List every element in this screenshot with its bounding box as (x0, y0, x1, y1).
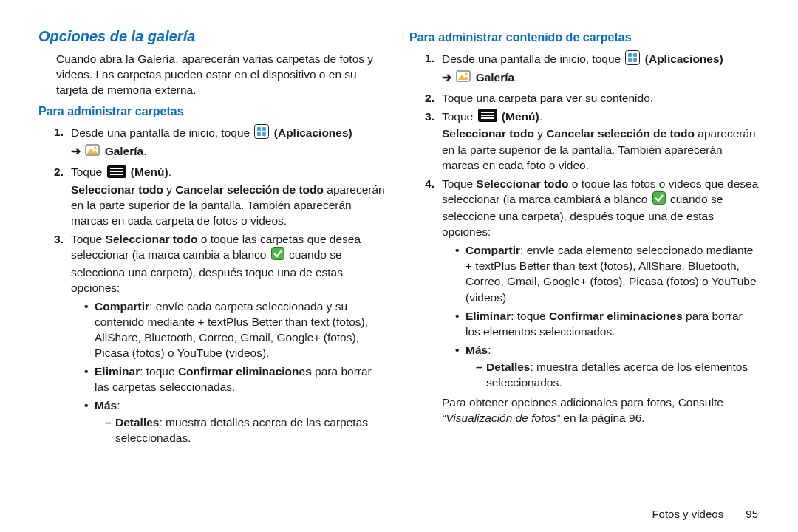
step-body: Toque Seleccionar todo o toque las fotos… (442, 176, 760, 426)
unsel-all-label: Cancelar selección de todo (546, 127, 695, 140)
step-number: 1. (409, 50, 442, 66)
arrow-icon: ➔ (442, 70, 451, 83)
option-share: Compartir: envíe cada carpeta selecciona… (86, 299, 389, 361)
step-number: 1. (38, 124, 71, 140)
page-footer: Fotos y videos 95 (652, 508, 758, 520)
step-body: Desde una pantalla de inicio, toque (Apl… (71, 124, 389, 161)
del-confirm: Confirmar eliminaciones (178, 365, 312, 378)
right-column: Para administrar contenido de carpetas 1… (409, 27, 760, 451)
apps-label: (Aplicaciones) (274, 126, 352, 139)
selection-note: Seleccionar todo y Cancelar selección de… (442, 126, 760, 172)
gallery-label: Galería (105, 145, 144, 157)
svg-rect-4 (262, 132, 266, 136)
svg-rect-11 (110, 174, 123, 175)
page-number: 95 (746, 508, 758, 520)
svg-point-20 (466, 72, 468, 75)
details-lead: Detalles (115, 416, 159, 429)
right-step-4: 4. Toque Seleccionar todo o toque las fo… (409, 176, 760, 426)
svg-rect-24 (481, 117, 494, 119)
gallery-icon (85, 143, 100, 161)
closing-note: Para obtener opciones adicionales para f… (442, 395, 760, 426)
selection-note: Seleccionar todo y Cancelar selección de… (71, 182, 389, 228)
share-lead: Compartir (95, 300, 149, 313)
right-step-1: 1. Desde una pantalla de inicio, toque (409, 50, 760, 87)
step-text: Desde una pantalla de inicio, toque (71, 126, 250, 139)
svg-rect-0 (255, 125, 269, 139)
apps-label: (Aplicaciones) (645, 52, 723, 64)
share-lead: Compartir (466, 244, 520, 256)
right-steps: 1. Desde una pantalla de inicio, toque (409, 50, 760, 426)
step-number: 3. (409, 109, 442, 124)
option-share: Compartir: envíe cada elemento seleccion… (457, 242, 760, 304)
svg-rect-23 (481, 115, 494, 116)
step-body: Toque una carpeta para ver su contenido. (442, 90, 760, 106)
two-column-layout: Opciones de la galería Cuando abra la Ga… (38, 27, 760, 451)
option-delete: Eliminar: toque Confirmar eliminaciones … (86, 364, 389, 395)
gallery-label: Galería (476, 70, 515, 83)
cross-reference: “Visualización de fotos” (442, 412, 560, 424)
svg-rect-17 (633, 58, 637, 62)
left-options: Compartir: envíe cada carpeta selecciona… (71, 299, 389, 446)
svg-rect-16 (628, 58, 632, 62)
arrow-icon: ➔ (71, 145, 81, 157)
step-number: 2. (38, 164, 71, 180)
step-number: 4. (409, 176, 442, 191)
check-icon (271, 247, 284, 264)
right-step-3: 3. Toque (Menú). (409, 109, 760, 173)
step-body: Desde una pantalla de inicio, toque (Apl… (442, 50, 760, 87)
sel-all-label: Seleccionar todo (477, 177, 569, 190)
details-lead: Detalles (486, 361, 530, 373)
option-more: Más: Detalles: muestra detalles acerca d… (86, 398, 389, 446)
svg-rect-12 (271, 248, 284, 260)
svg-rect-14 (628, 53, 632, 57)
menu-label: (Menú) (502, 110, 539, 123)
manual-page: Opciones de la galería Cuando abra la Ga… (0, 0, 798, 532)
gallery-icon (456, 69, 471, 87)
del-text: : toque (511, 310, 549, 322)
svg-rect-1 (257, 127, 261, 131)
menu-icon (107, 165, 126, 182)
svg-point-7 (95, 147, 97, 149)
left-step-2: 2. Toque (Menú). (38, 164, 389, 228)
svg-rect-22 (481, 112, 494, 113)
left-steps: 1. Desde una pantalla de inicio, toque (38, 124, 389, 449)
svg-rect-10 (110, 171, 123, 172)
step-text: Toque (442, 110, 473, 123)
right-options: Compartir: envíe cada elemento seleccion… (442, 242, 760, 390)
del-lead: Eliminar (95, 365, 140, 378)
y-text: y (534, 127, 546, 140)
check-icon (652, 191, 666, 208)
option-more: Más: Detalles: muestra detalles acerca d… (457, 342, 760, 390)
step-text: Toque (71, 166, 102, 178)
closing-text: Para obtener opciones adicionales para f… (442, 396, 723, 409)
svg-rect-15 (633, 53, 637, 57)
apps-icon (625, 50, 640, 69)
right-step-2: 2. Toque una carpeta para ver su conteni… (409, 90, 760, 106)
closing-text: en la página 96. (560, 412, 645, 424)
right-subheading: Para administrar contenido de carpetas (409, 30, 760, 46)
step-text: Toque (442, 177, 477, 190)
step-number: 3. (38, 231, 71, 247)
left-column: Opciones de la galería Cuando abra la Ga… (38, 27, 389, 451)
step-body: Toque Seleccionar todo o toque las carpe… (71, 231, 389, 449)
step-text: Toque (71, 233, 106, 245)
left-step-1: 1. Desde una pantalla de inicio, toque (38, 124, 389, 161)
intro-paragraph: Cuando abra la Galería, aparecerán varia… (56, 51, 389, 98)
more-lead: Más (95, 399, 117, 412)
step-number: 2. (409, 90, 442, 106)
svg-rect-13 (626, 50, 640, 64)
y-text: y (163, 183, 175, 196)
del-text: : toque (140, 365, 178, 378)
left-subheading: Para administrar carpetas (38, 103, 389, 120)
menu-icon (478, 109, 497, 126)
unsel-all-label: Cancelar selección de todo (175, 183, 324, 196)
more-sublist: Detalles: muestra detalles acerca de las… (95, 415, 389, 446)
del-lead: Eliminar (466, 310, 511, 322)
more-lead: Más (466, 344, 488, 356)
more-details: Detalles: muestra detalles acerca de las… (105, 415, 389, 446)
step-body: Toque (Menú). Seleccionar todo y Canc (71, 164, 389, 228)
footer-label: Fotos y videos (652, 508, 723, 520)
sel-all-label: Seleccionar todo (106, 233, 198, 245)
section-title: Opciones de la galería (38, 27, 389, 47)
left-step-3: 3. Toque Seleccionar todo o toque las ca… (38, 231, 389, 449)
